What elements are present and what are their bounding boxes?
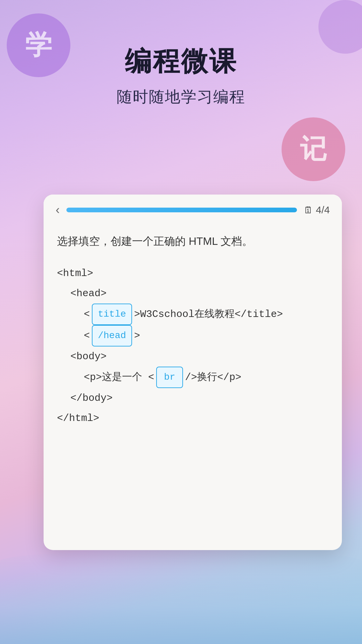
code-line: <p>这是一个 <br/>换行</p> [57,367,328,388]
progress-bar-container [66,208,297,212]
code-text: <body> [70,346,107,367]
code-text: />换行</p> [185,367,241,387]
decorative-circle-right: 记 [282,117,345,181]
code-text: >W3Cschool在线教程</title> [134,304,283,324]
code-block: <html><head><title>W3Cschool在线教程</title>… [57,263,328,428]
back-button[interactable]: ‹ [56,204,60,216]
code-line: </html> [57,408,328,428]
code-text: <head> [70,283,107,304]
card-content: 选择填空，创建一个正确的 HTML 文档。 <html><head><title… [44,223,342,550]
fill-badge-br[interactable]: br [156,367,183,388]
code-line: </head> [57,325,328,346]
code-text: </body> [70,388,113,408]
sub-title: 随时随地学习编程 [117,87,245,107]
main-title: 编程微课 [125,44,237,80]
quiz-card: ‹ 🗓 4/4 选择填空，创建一个正确的 HTML 文档。 <html><hea… [44,195,342,550]
page-icon: 🗓 [304,205,313,216]
code-text: < [84,326,90,346]
page-indicator: 🗓 4/4 [304,204,330,216]
code-line: <head> [57,283,328,304]
code-text: </html> [57,408,99,428]
card-header: ‹ 🗓 4/4 [44,195,342,223]
question-text: 选择填空，创建一个正确的 HTML 文档。 [57,233,328,250]
code-text: <html> [57,263,93,283]
fill-badge-title[interactable]: title [92,304,132,325]
bottom-decoration [0,550,362,644]
page-label: 4/4 [316,204,330,216]
fill-badge-/head[interactable]: /head [92,325,132,346]
code-text: <p>这是一个 < [84,367,154,387]
code-line: <html> [57,263,328,283]
code-line: </body> [57,388,328,408]
circle-right-char: 记 [300,131,327,167]
code-text: > [134,326,140,346]
header-section: 编程微课 随时随地学习编程 [0,44,362,107]
code-text: < [84,304,90,324]
code-line: <title>W3Cschool在线教程</title> [57,304,328,325]
progress-bar-fill [66,208,297,212]
code-line: <body> [57,346,328,367]
